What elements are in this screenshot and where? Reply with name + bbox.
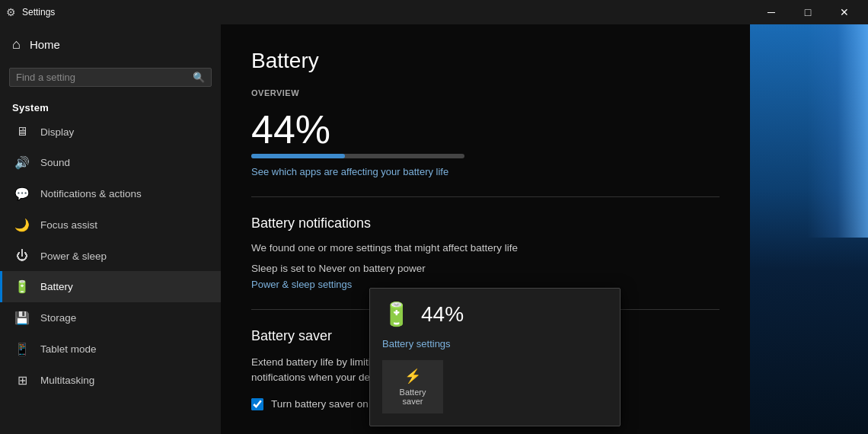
notifications-label: Notifications & actions: [40, 188, 142, 199]
home-icon: ⌂: [12, 37, 21, 53]
search-box[interactable]: 🔍: [9, 68, 212, 87]
focus-icon: 🌙: [14, 218, 30, 232]
battery-bar: [251, 154, 464, 158]
battery-label: Battery: [40, 281, 73, 292]
system-section-label: System: [0, 96, 221, 116]
search-icon: 🔍: [193, 72, 205, 83]
background-area: [750, 24, 868, 434]
battery-percentage: 44%: [251, 110, 720, 149]
sound-label: Sound: [40, 157, 70, 168]
battery-bar-fill: [251, 154, 345, 158]
window-glow: [807, 24, 868, 238]
divider-1: [251, 196, 720, 197]
battery-icon: 🔋: [14, 279, 30, 294]
sidebar-item-display[interactable]: 🖥 Display: [0, 116, 221, 147]
display-icon: 🖥: [14, 125, 30, 139]
notification-text: We found one or more settings that might…: [251, 242, 720, 254]
maximize-button[interactable]: □: [790, 0, 825, 24]
power-label: Power & sleep: [40, 251, 107, 262]
tablet-label: Tablet mode: [40, 343, 97, 355]
sound-icon: 🔊: [14, 155, 30, 170]
title-bar-left: ⚙ Settings: [6, 6, 55, 18]
overview-label: Overview: [251, 88, 720, 97]
settings-icon: ⚙: [6, 6, 16, 18]
multitasking-icon: ⊞: [14, 373, 30, 388]
tooltip-battery-icon: 🔋: [382, 301, 410, 327]
tooltip-header: 🔋 44%: [382, 301, 608, 327]
multitasking-label: Multitasking: [40, 375, 94, 386]
focus-label: Focus assist: [40, 219, 97, 231]
notifications-heading: Battery notifications: [251, 215, 720, 231]
apps-battery-link[interactable]: See which apps are affecting your batter…: [251, 166, 448, 177]
sidebar: ⌂ Home 🔍 System 🖥 Display 🔊 Sound 💬 Noti…: [0, 24, 221, 434]
notifications-icon: 💬: [14, 187, 30, 201]
minimize-button[interactable]: ─: [754, 0, 789, 24]
sidebar-item-tablet[interactable]: 📱 Tablet mode: [0, 333, 221, 365]
app-container: ⌂ Home 🔍 System 🖥 Display 🔊 Sound 💬 Noti…: [0, 24, 868, 434]
main-content: Battery Overview 44% See which apps are …: [221, 24, 750, 434]
power-sleep-link[interactable]: Power & sleep settings: [251, 279, 352, 290]
search-input[interactable]: [16, 72, 193, 83]
display-label: Display: [40, 126, 74, 138]
sleep-text: Sleep is set to Never on battery power: [251, 263, 720, 274]
title-bar-controls: ─ □ ✕: [754, 0, 862, 24]
sidebar-item-focus[interactable]: 🌙 Focus assist: [0, 209, 221, 241]
sidebar-item-notifications[interactable]: 💬 Notifications & actions: [0, 178, 221, 209]
battery-tooltip: 🔋 44% Battery settings ⚡ Battery saver: [369, 288, 621, 426]
power-icon: ⏻: [14, 249, 30, 263]
close-button[interactable]: ✕: [827, 0, 862, 24]
storage-icon: 💾: [14, 311, 30, 325]
home-label: Home: [30, 38, 60, 51]
tooltip-saver-icon: ⚡: [404, 368, 421, 385]
battery-settings-link[interactable]: Battery settings: [382, 338, 608, 349]
tooltip-battery-saver-button[interactable]: ⚡ Battery saver: [382, 360, 443, 413]
battery-saver-checkbox[interactable]: [251, 398, 263, 410]
window-title: Settings: [22, 7, 55, 18]
sidebar-item-power[interactable]: ⏻ Power & sleep: [0, 241, 221, 271]
sidebar-item-battery[interactable]: 🔋 Battery: [0, 271, 221, 302]
tooltip-percent: 44%: [421, 302, 464, 327]
sidebar-item-storage[interactable]: 💾 Storage: [0, 302, 221, 333]
tablet-icon: 📱: [14, 342, 30, 356]
page-title: Battery: [251, 49, 720, 73]
tooltip-saver-label: Battery saver: [393, 388, 432, 406]
sidebar-item-home[interactable]: ⌂ Home: [0, 24, 221, 65]
sidebar-item-sound[interactable]: 🔊 Sound: [0, 147, 221, 178]
sidebar-item-multitasking[interactable]: ⊞ Multitasking: [0, 365, 221, 396]
storage-label: Storage: [40, 312, 76, 324]
title-bar: ⚙ Settings ─ □ ✕: [0, 0, 868, 24]
